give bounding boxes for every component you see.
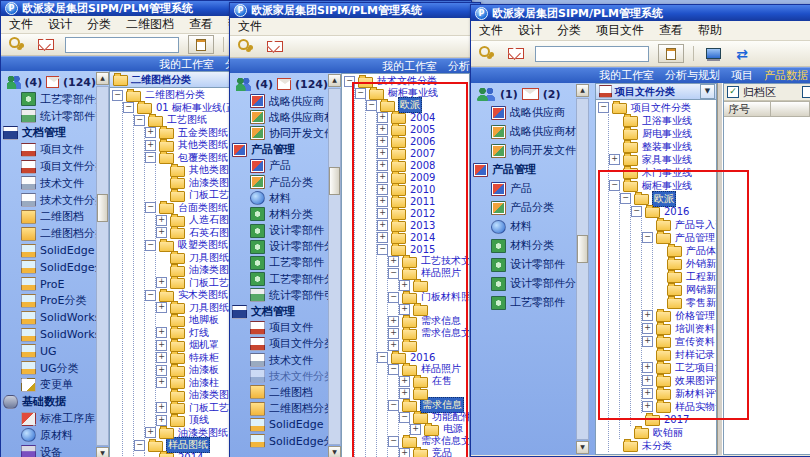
expander-icon[interactable]: + <box>377 208 388 219</box>
expander-icon[interactable]: + <box>377 124 388 135</box>
expander-icon[interactable]: − <box>145 240 156 251</box>
expander-icon[interactable]: + <box>642 323 653 334</box>
tree-node[interactable]: +培训资料 <box>642 322 716 335</box>
sidebar-item[interactable]: 设计零部件分类 <box>230 239 328 255</box>
sidebar-item[interactable]: 产品 <box>471 179 576 198</box>
sidebar-item[interactable]: 二维图档分类 <box>230 401 328 417</box>
expander-icon[interactable]: + <box>145 127 156 138</box>
expander-icon[interactable]: + <box>388 316 399 327</box>
tree-node[interactable]: −需求信息文件 <box>388 435 469 447</box>
mail-icon[interactable] <box>36 36 56 53</box>
expander-icon[interactable]: + <box>156 415 167 426</box>
sidebar-item[interactable]: 工艺零部件分类 <box>1 91 96 108</box>
sidebar-item[interactable]: UG分类 <box>1 360 96 377</box>
scroll-down-button[interactable]: ▼ <box>96 447 109 457</box>
sidebar-item[interactable]: 产品分类 <box>230 174 328 190</box>
tree-node[interactable]: 欧铂丽 <box>620 426 716 439</box>
tree-node[interactable]: +在售 <box>399 375 469 387</box>
expander-icon[interactable]: + <box>377 148 388 159</box>
menu-item[interactable]: 查看 <box>189 16 213 33</box>
expander-icon[interactable]: − <box>377 244 388 255</box>
tree-node[interactable]: +需求信息文件 <box>388 327 469 339</box>
sidebar-item[interactable]: 技术文件 <box>230 352 328 368</box>
tree-node[interactable]: 未分类 <box>609 439 716 452</box>
menu-item[interactable]: 文件 <box>9 16 33 33</box>
menu-item[interactable]: 二维图档 <box>126 16 174 33</box>
expander-icon[interactable]: − <box>388 436 399 447</box>
expander-icon[interactable]: + <box>642 362 653 373</box>
expander-icon[interactable]: + <box>399 376 410 387</box>
sidebar-item[interactable]: 设计零部件 <box>230 223 328 239</box>
expander-icon[interactable]: + <box>156 340 167 351</box>
tree-node[interactable]: 外销新增淘汰保留表 <box>653 257 716 270</box>
menu-item[interactable]: 文件 <box>238 18 262 35</box>
tree-node[interactable]: −产品管理 <box>642 231 716 244</box>
expander-icon[interactable]: + <box>145 140 156 151</box>
expander-icon[interactable]: − <box>399 412 410 423</box>
menu-item[interactable]: 分类 <box>87 16 111 33</box>
sidebar-item[interactable]: 二维图档 <box>1 209 96 226</box>
tree-node[interactable]: 厨电事业线 <box>609 127 716 140</box>
sidebar-item[interactable]: 协同开发文件分类 <box>230 125 328 141</box>
sidebar-item[interactable]: 产品 <box>230 158 328 174</box>
sidebar-item[interactable]: 设计零部件 <box>471 255 576 274</box>
expander-icon[interactable]: + <box>156 365 167 376</box>
tree-node[interactable]: 工程新增淘汰保留表 <box>653 270 716 283</box>
column-header-empty[interactable] <box>771 101 810 117</box>
sidebar-item[interactable]: 项目文件分类 <box>1 158 96 175</box>
mail-icon[interactable] <box>506 45 526 62</box>
expander-icon[interactable]: + <box>156 327 167 338</box>
tree-node[interactable]: 木门事业线 <box>609 166 716 179</box>
tree-node[interactable]: −样品照片 <box>388 363 469 375</box>
sidebar-item[interactable]: 标准工序库 <box>1 410 96 427</box>
sidebar-group[interactable]: 文档管理 <box>1 125 96 142</box>
monitor-icon[interactable] <box>703 45 723 62</box>
tree-node[interactable]: −欧派 <box>366 99 469 111</box>
nav-tab[interactable]: 我的工作室 <box>382 59 437 74</box>
nav-tab[interactable]: 项目 <box>731 68 753 83</box>
sidebar-item[interactable]: 设备 <box>1 444 96 457</box>
expander-icon[interactable]: + <box>399 388 410 399</box>
expander-icon[interactable]: + <box>388 340 399 351</box>
expander-icon[interactable]: − <box>609 180 620 191</box>
expander-icon[interactable]: − <box>377 352 388 363</box>
sidebar-item[interactable]: ProE分类 <box>1 293 96 310</box>
expander-icon[interactable]: + <box>388 256 399 267</box>
tree-node[interactable]: 产品导入资料 <box>642 218 716 231</box>
scroll-up-button[interactable]: ▲ <box>328 74 341 87</box>
tree-node[interactable]: +2011 <box>377 195 469 207</box>
expander-icon[interactable]: + <box>156 227 167 238</box>
tree-node[interactable]: +2009 <box>377 171 469 183</box>
sidebar-item[interactable]: 材料 <box>230 190 328 206</box>
tree-node[interactable]: 卫浴事业线 <box>609 114 716 127</box>
menu-item[interactable]: 帮助 <box>698 22 722 39</box>
expander-icon[interactable]: + <box>399 280 410 291</box>
column-header-seq[interactable]: 序号 <box>724 101 771 117</box>
expander-icon[interactable]: + <box>642 336 653 347</box>
sidebar-item[interactable]: 项目文件 <box>1 141 96 158</box>
chevron-down-icon[interactable]: ▼ <box>700 84 715 99</box>
title-bar[interactable]: P 欧派家居集团SIPM/PLM管理系统 <box>471 5 810 21</box>
menu-item[interactable]: 设计 <box>48 16 72 33</box>
sidebar-scrollbar[interactable]: ▲ ▼ <box>576 83 589 455</box>
mail-summary[interactable]: (4) (124) <box>1 73 96 91</box>
sidebar-item[interactable]: ProE <box>1 276 96 293</box>
sidebar-item[interactable]: 统计零部件引用 <box>230 287 328 303</box>
expander-icon[interactable]: + <box>642 388 653 399</box>
sidebar-item[interactable]: SolidEdge <box>230 417 328 433</box>
expander-icon[interactable]: − <box>642 232 653 243</box>
expander-icon[interactable]: + <box>377 160 388 171</box>
expander-icon[interactable]: − <box>355 88 366 99</box>
tree-node[interactable]: −样品照片 <box>388 267 469 279</box>
expander-icon[interactable]: + <box>156 402 167 413</box>
tree-node[interactable]: +2010 <box>377 183 469 195</box>
expander-icon[interactable]: + <box>156 277 167 288</box>
nav-tab[interactable]: 我的工作室 <box>599 68 654 83</box>
expander-icon[interactable]: + <box>377 112 388 123</box>
menu-item[interactable]: 查看 <box>659 22 683 39</box>
scroll-down-button[interactable]: ▼ <box>328 446 341 457</box>
key-icon[interactable] <box>7 36 27 53</box>
archive-checkbox[interactable]: ✓ <box>727 86 739 98</box>
tree-node[interactable]: +价格管理 <box>642 309 716 322</box>
sidebar-item[interactable]: 技术文件 <box>1 175 96 192</box>
